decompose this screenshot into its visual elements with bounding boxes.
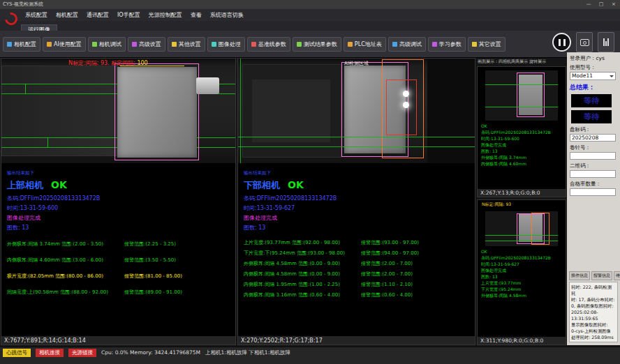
lower-camera-image[interactable]: AI检测区域 xyxy=(238,59,475,163)
measurement-warn-range: 报警范围:(1.10 - 2.10) xyxy=(361,281,413,288)
result-status-box: 等待 xyxy=(571,110,612,123)
preview-line: 内侧极耳:间隔 4.60mm xyxy=(481,160,566,167)
process-status-line: 图像处理完成 xyxy=(244,214,475,222)
measurement-value: 内侧极耳:间隔 3.16mm 范围:(0.60 - 4.00) xyxy=(244,291,355,298)
info-tabs: 操作信息报警信息维修信息 xyxy=(569,271,618,280)
menu-item[interactable]: 查看 xyxy=(186,10,206,20)
measurement-row: 下片宽度:下(95.24mm 范围:(93.00 - 98.00) 报警范围:(… xyxy=(244,250,475,257)
info-log-line: 0, 条码图像取图耗时: xyxy=(571,303,616,309)
toolbar-button-label: 学习参数 xyxy=(439,40,462,48)
window-title: CYS-视觉检测系统 xyxy=(3,1,43,7)
menu-item[interactable]: 通讯配置 xyxy=(82,10,113,20)
preview-line: 时间:13-31-59-627 xyxy=(481,261,566,267)
camera-name: 上部相机 xyxy=(7,180,43,190)
toolbar-right-cluster xyxy=(552,32,614,52)
calibration-label: N标定:间隔: 93 xyxy=(478,202,566,208)
window-control-button[interactable]: × xyxy=(607,0,620,9)
camera-icon xyxy=(580,39,589,46)
menu-item[interactable]: 光源控制配置 xyxy=(145,10,186,20)
green-guide-line xyxy=(485,235,558,236)
measurement-row: 上片宽度:(93.77mm 范围:(92.00 - 98.00) 报警范围:(9… xyxy=(244,239,475,246)
reflection-highlight xyxy=(403,91,409,97)
measurement-warn-range: 报警范围:(2.00 - 7.00) xyxy=(361,271,413,278)
toolbar-button[interactable]: PLC地址表 xyxy=(344,37,386,52)
right-info-panel: 登录用户：cys 使用型号： Mode11 总结果： 等待等待 盘标码： 202… xyxy=(567,52,620,345)
preview-thumbnail[interactable] xyxy=(485,70,558,121)
info-tab[interactable]: 维修信息 xyxy=(614,271,620,280)
toolbar-button-icon xyxy=(392,42,397,47)
camera-link-badge: 相机连接 xyxy=(36,349,64,357)
roi-rect-red xyxy=(386,79,417,135)
green-guide-line xyxy=(238,137,475,137)
toolbar-button[interactable]: 其他设置 xyxy=(168,37,205,52)
field-input[interactable] xyxy=(570,170,616,178)
camera-view-button[interactable] xyxy=(576,32,593,52)
toolbar-button-icon xyxy=(212,42,216,47)
pixel-coords-readout: X:7677;Y:891;R:14;G:14;B:14 xyxy=(1,335,235,344)
app-window: CYS-视觉检测系统 —□× 系统配置相机配置通讯配置IO手配置光源控制配置查看… xyxy=(0,0,620,364)
toolbar-button[interactable]: 基准线参数 xyxy=(247,37,290,52)
upper-camera-image[interactable]: N标定:间隔: 93. 标定间隔: 100 xyxy=(1,59,235,163)
pause-icon xyxy=(563,39,566,46)
toolbar-button-label: 测试结果参数 xyxy=(304,40,337,48)
barcode-scan-button[interactable] xyxy=(598,32,614,52)
menu-item[interactable]: IO手配置 xyxy=(113,10,145,20)
info-log-line: 显示图像取图耗时: xyxy=(571,321,616,328)
preview-line: 外侧极耳:间隔 3.74mm xyxy=(481,154,566,160)
toolbar-button[interactable]: 高级调试 xyxy=(388,37,426,52)
preview-line: 外侧极耳:间隔 4.58mm xyxy=(481,292,566,298)
field-input[interactable] xyxy=(570,188,616,196)
measurement-row: 内侧极耳:间隔 4.58mm 范围:(0.00 - 9.00) 报警范围:(2.… xyxy=(244,271,475,278)
green-guide-line xyxy=(25,84,26,94)
login-user-value: cys xyxy=(596,55,605,61)
preview-line: 下片宽度:(95.24mm xyxy=(481,286,566,292)
menu-item[interactable]: 系统配置 xyxy=(21,10,52,20)
green-guide-line xyxy=(47,137,48,148)
info-tab[interactable]: 操作信息 xyxy=(569,271,590,280)
total-result-label: 总结果： xyxy=(570,83,618,92)
measurement-value: 内侧极耳:间隔 1.95mm 范围:(1.00 - 2.25) xyxy=(244,281,355,288)
toolbar-button-icon xyxy=(92,42,97,47)
preview-line: OK xyxy=(481,248,566,255)
title-bar: CYS-视觉检测系统 —□× xyxy=(0,0,620,9)
window-controls: —□× xyxy=(582,0,620,9)
toolbar-button[interactable]: 其它设置 xyxy=(468,37,505,52)
info-log-line: 2025:02:08-13:31:59:65 xyxy=(571,309,616,321)
measurement-row: 外侧极耳:间隔 4.58mm 范围:(0.00 - 9.00) 报警范围:(2.… xyxy=(244,260,475,267)
toolbar-button[interactable]: 图像处理 xyxy=(207,37,245,52)
toolbar-button[interactable]: 相机配置 xyxy=(3,37,40,52)
info-tab[interactable]: 报警信息 xyxy=(591,271,612,280)
preview-line: 上片宽度:(93.77mm xyxy=(481,280,566,286)
field-input[interactable]: 20250208 xyxy=(570,134,616,142)
toolbar-button-label: 相机配置 xyxy=(14,40,36,48)
menu-item[interactable]: 系统语言切换 xyxy=(206,10,248,20)
toolbar-button-icon xyxy=(172,42,177,47)
toolbar: 相机配置 AI使用配置 相机调试 高级设置 其他设置 xyxy=(0,31,620,58)
info-log-line: 耗时: 222, 条码检测耗 xyxy=(571,284,616,296)
measurement-row: 内侧极耳:间隔 3.16mm 范围:(0.60 - 4.00) 报警范围:(0.… xyxy=(244,291,475,298)
result-ok-badge: OK xyxy=(51,179,67,190)
window-control-button[interactable]: — xyxy=(582,0,595,9)
preview-thumbnail[interactable] xyxy=(485,211,558,246)
frame-count-line: 图数: 13 xyxy=(7,224,235,232)
toolbar-button[interactable]: AI使用配置 xyxy=(43,37,86,52)
pause-button[interactable] xyxy=(552,33,571,52)
green-guide-line xyxy=(240,59,241,163)
measurement-rows: 上片宽度:(93.77mm 范围:(92.00 - 98.00) 报警范围:(9… xyxy=(244,239,475,298)
menu-item[interactable]: 相机配置 xyxy=(52,10,82,20)
toolbar-button[interactable]: 高级设置 xyxy=(128,37,165,52)
measurement-value: 下片宽度:下(95.24mm 范围:(93.00 - 98.00) xyxy=(244,250,355,257)
model-select[interactable]: Mode11 xyxy=(570,72,616,80)
pixel-coords-readout: X:267;Y:13;R:0;G:0;B:0 xyxy=(478,188,566,197)
toolbar-button[interactable]: 相机调试 xyxy=(88,37,126,52)
window-control-button[interactable]: □ xyxy=(595,0,607,9)
pixel-coords-readout: X:311;Y:980;R:0;G:0;B:0 xyxy=(478,336,566,344)
connector-part xyxy=(196,77,219,94)
toolbar-button[interactable]: 学习参数 xyxy=(428,37,466,52)
camera-result-headline: 上部相机 OK xyxy=(7,178,235,192)
toolbar-button[interactable]: 测试结果参数 xyxy=(293,37,341,52)
output-note: 输出结果如下 xyxy=(244,170,475,176)
field-input[interactable] xyxy=(570,152,616,160)
field-label: 盘标码： xyxy=(570,126,618,133)
measurement-value: 内侧极耳:间隔 4.60mm 范围:(3.00 - 6.00) xyxy=(7,257,119,264)
